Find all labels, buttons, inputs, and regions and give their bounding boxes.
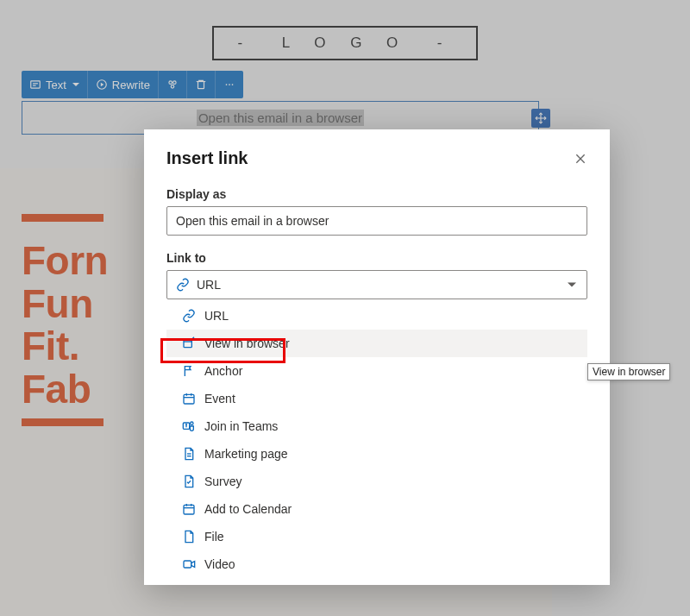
event-icon xyxy=(182,392,196,405)
page-icon xyxy=(182,447,196,461)
close-icon[interactable] xyxy=(574,152,587,166)
display-as-input[interactable] xyxy=(166,206,587,236)
tooltip: View in browser xyxy=(587,363,670,380)
insert-link-modal: Insert link Display as Link to URL URL V… xyxy=(144,129,610,585)
option-label: Event xyxy=(204,392,235,405)
option-label: Add to Calendar xyxy=(204,502,292,516)
link-icon xyxy=(182,309,196,323)
survey-icon xyxy=(182,475,196,488)
chevron-down-icon xyxy=(568,283,576,287)
link-to-options-list: URL View in browser Anchor Event Join in… xyxy=(166,302,587,578)
option-file[interactable]: File xyxy=(166,523,587,550)
svg-rect-32 xyxy=(184,561,191,568)
svg-marker-33 xyxy=(191,562,195,568)
option-label: View in browser xyxy=(204,336,290,350)
dropdown-selected-value: URL xyxy=(197,278,221,292)
option-event[interactable]: Event xyxy=(166,385,587,412)
display-as-label: Display as xyxy=(166,187,587,201)
file-icon xyxy=(182,530,196,544)
option-view-in-browser[interactable]: View in browser xyxy=(166,330,587,357)
option-video[interactable]: Video xyxy=(166,550,587,578)
link-to-dropdown[interactable]: URL xyxy=(166,270,587,299)
option-label: File xyxy=(204,530,224,544)
svg-point-22 xyxy=(191,422,193,424)
option-add-to-calendar[interactable]: Add to Calendar xyxy=(166,495,587,523)
browser-icon xyxy=(182,336,196,350)
option-survey[interactable]: Survey xyxy=(166,468,587,495)
option-marketing-page[interactable]: Marketing page xyxy=(166,440,587,468)
svg-rect-25 xyxy=(184,505,194,514)
modal-title: Insert link xyxy=(166,148,248,168)
option-label: Anchor xyxy=(204,364,242,378)
option-url[interactable]: URL xyxy=(166,302,587,330)
option-label: URL xyxy=(204,309,229,323)
svg-rect-17 xyxy=(184,394,194,404)
option-label: Join in Teams xyxy=(204,419,278,433)
option-label: Video xyxy=(204,557,235,571)
teams-icon xyxy=(182,419,196,433)
anchor-flag-icon xyxy=(182,364,196,378)
option-label: Survey xyxy=(204,475,242,488)
option-teams[interactable]: Join in Teams xyxy=(166,412,587,440)
option-label: Marketing page xyxy=(204,447,288,461)
link-icon xyxy=(176,278,190,292)
option-anchor[interactable]: Anchor xyxy=(166,357,587,385)
video-icon xyxy=(182,557,196,571)
link-to-label: Link to xyxy=(166,251,587,265)
calendar-icon xyxy=(182,502,196,516)
